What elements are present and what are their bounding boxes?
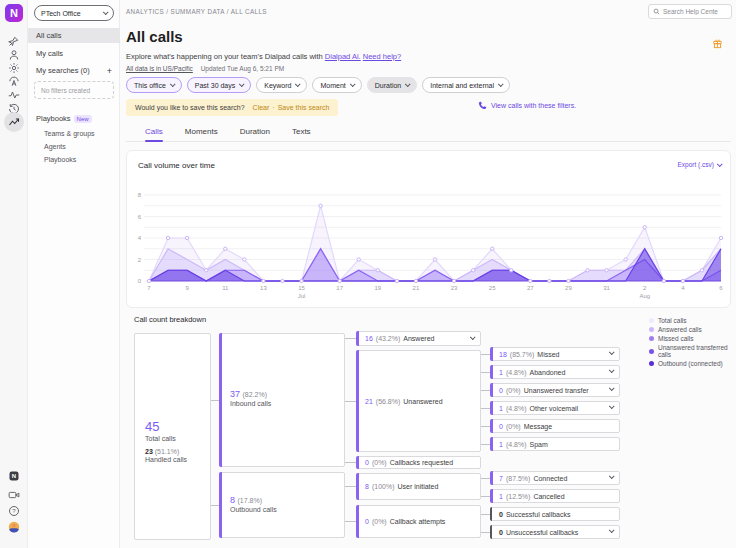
- svg-text:2: 2: [138, 257, 142, 263]
- connector-line: [481, 532, 490, 533]
- total-calls-value: 45: [145, 419, 187, 434]
- call-volume-chart: 0246879111315Jul17192123252729312Aug46: [131, 185, 727, 303]
- legend-item-unanswered-transferred-calls: Unanswered transferred calls: [649, 344, 736, 358]
- outbound-detail-unsuccessful-callbacks[interactable]: 0Unsuccessful callbacks: [490, 525, 620, 539]
- unanswered-box: 21 (56.8%) Unanswered: [356, 350, 481, 452]
- answered-value: 16: [365, 335, 373, 342]
- help-search-box[interactable]: [648, 4, 732, 19]
- dialpad-app-icon[interactable]: N: [4, 466, 24, 486]
- total-calls-label: Total calls: [145, 435, 187, 442]
- stat-label: Abandoned: [530, 369, 566, 376]
- chart-legend: Total callsAnswered callsMissed callsUna…: [649, 317, 736, 367]
- answered-label: Answered: [403, 335, 434, 342]
- filter-chip-moment[interactable]: Moment: [312, 77, 361, 93]
- analytics-icon[interactable]: [4, 112, 24, 132]
- tab-label: Texts: [292, 127, 311, 136]
- sidebar-item-all-calls[interactable]: All calls: [28, 28, 120, 43]
- connector-line: [345, 486, 356, 487]
- outbound-pct: (17.8%): [238, 497, 263, 504]
- unanswered-detail-message: 0(0%)Message: [490, 419, 620, 433]
- export-csv-button[interactable]: Export (.csv): [678, 161, 721, 168]
- unanswered-detail-abandoned[interactable]: 1(4.8%)Abandoned: [490, 365, 620, 379]
- filter-chip-duration[interactable]: Duration: [367, 77, 417, 93]
- legend-dot: [649, 318, 654, 323]
- sidebar-item-my-calls[interactable]: My calls: [28, 46, 120, 61]
- tab-calls[interactable]: Calls: [145, 121, 163, 141]
- playbooks-label: Playbooks: [36, 114, 71, 123]
- dialpad-logo[interactable]: N: [5, 4, 23, 22]
- svg-text:6: 6: [138, 214, 142, 220]
- connector-line: [481, 444, 490, 445]
- need-help-link[interactable]: Need help?: [363, 52, 401, 61]
- dialpad-ai-link[interactable]: Dialpad Ai.: [325, 52, 361, 61]
- sidebar-item-playbooks-header[interactable]: Playbooks New: [36, 114, 92, 123]
- page-subtitle: Explore what's happening on your team's …: [126, 52, 401, 61]
- sidebar-item-label: My searches (0): [36, 66, 90, 75]
- stat-value: 0: [499, 529, 503, 536]
- data-meta: All data is in US/Pacific Updated Tue Au…: [126, 65, 284, 72]
- stat-label: Unsuccessful callbacks: [506, 529, 578, 536]
- office-selector-label: PTech Office: [41, 10, 81, 17]
- outbound-calls-box: 8 (17.8%) Outbound calls: [219, 472, 345, 538]
- handled-calls-pct: (51.1%): [155, 448, 180, 455]
- unanswered-label: Unanswered: [403, 398, 442, 405]
- filter-chip-past-30-days[interactable]: Past 30 days: [187, 77, 251, 93]
- svg-text:4: 4: [138, 235, 142, 241]
- tab-label: Duration: [240, 127, 270, 136]
- inbound-label: Inbound calls: [230, 400, 271, 407]
- connector-line: [345, 521, 356, 522]
- answered-pct: (43.2%): [376, 335, 401, 342]
- clear-search-button[interactable]: Clear: [253, 104, 270, 111]
- stat-pct: (0%): [506, 387, 521, 394]
- stat-pct: (4.8%): [506, 405, 527, 412]
- stat-value: 1: [499, 441, 503, 448]
- unanswered-detail-missed[interactable]: 18(85.7%)Missed: [490, 347, 620, 361]
- tab-duration[interactable]: Duration: [240, 121, 270, 141]
- callbacks-requested-box: 0 (0%) Callbacks requested: [356, 456, 481, 469]
- chevron-down-icon: [350, 81, 356, 87]
- filter-chip-keyword[interactable]: Keyword: [256, 77, 307, 93]
- chevron-down-icon: [239, 81, 245, 87]
- filter-chip-internal-and-external[interactable]: Internal and external: [422, 77, 510, 93]
- chevron-down-icon: [295, 81, 301, 87]
- answered-dropdown[interactable]: 16 (43.2%) Answered: [356, 331, 481, 346]
- office-selector[interactable]: PTech Office: [34, 5, 114, 21]
- inbound-calls-box: 37 (82.2%) Inbound calls: [219, 333, 345, 467]
- chevron-down-icon: [170, 81, 176, 87]
- svg-text:15: 15: [298, 285, 305, 291]
- search-input[interactable]: [663, 8, 727, 15]
- save-search-banner: Would you like to save this search? Clea…: [126, 99, 338, 116]
- whats-new-gift-icon[interactable]: [712, 38, 723, 49]
- tab-moments[interactable]: Moments: [185, 121, 218, 141]
- svg-text:9: 9: [185, 285, 189, 291]
- save-search-button[interactable]: Save this search: [278, 104, 330, 111]
- user-initiated-value: 8: [365, 483, 369, 490]
- unanswered-detail-other-voicemail[interactable]: 1(4.8%)Other voicemail: [490, 401, 620, 415]
- stat-pct: (4.8%): [506, 369, 527, 376]
- filter-chip-label: Keyword: [264, 82, 291, 89]
- callback-attempts-box: 0 (0%) Callback attempts: [356, 505, 481, 538]
- filter-chip-this-office[interactable]: This office: [126, 77, 182, 93]
- unanswered-detail-spam: 1(4.8%)Spam: [490, 437, 620, 451]
- sidebar-item-teams-groups[interactable]: Teams & groups: [44, 130, 95, 137]
- user-avatar[interactable]: [4, 517, 24, 537]
- svg-text:11: 11: [222, 285, 229, 291]
- svg-text:13: 13: [260, 285, 267, 291]
- sidebar-item-my-searches-0[interactable]: My searches (0)+: [28, 63, 120, 78]
- tab-texts[interactable]: Texts: [292, 121, 311, 141]
- filter-chip-row: This officePast 30 daysKeywordMomentDura…: [126, 77, 510, 93]
- sidebar-item-playbooks[interactable]: Playbooks: [44, 156, 76, 163]
- stat-label: Successful callbacks: [506, 511, 571, 518]
- view-calls-link[interactable]: View calls with these filters.: [478, 101, 576, 110]
- add-search-button[interactable]: +: [107, 66, 112, 76]
- unanswered-detail-unanswered-transfer[interactable]: 0(0%)Unanswered transfer: [490, 383, 620, 397]
- sidebar-item-agents[interactable]: Agents: [44, 143, 66, 150]
- chart-title: Call volume over time: [138, 161, 215, 170]
- legend-item-total-calls: Total calls: [649, 317, 736, 324]
- breadcrumb: ANALYTICS / SUMMARY DATA / ALL CALLS: [126, 8, 267, 15]
- legend-label: Missed calls: [658, 335, 693, 342]
- svg-text:25: 25: [489, 285, 496, 291]
- stat-value: 0: [499, 423, 503, 430]
- view-calls-label: View calls with these filters.: [491, 102, 576, 109]
- outbound-detail-connected[interactable]: 7(87.5%)Connected: [490, 471, 620, 485]
